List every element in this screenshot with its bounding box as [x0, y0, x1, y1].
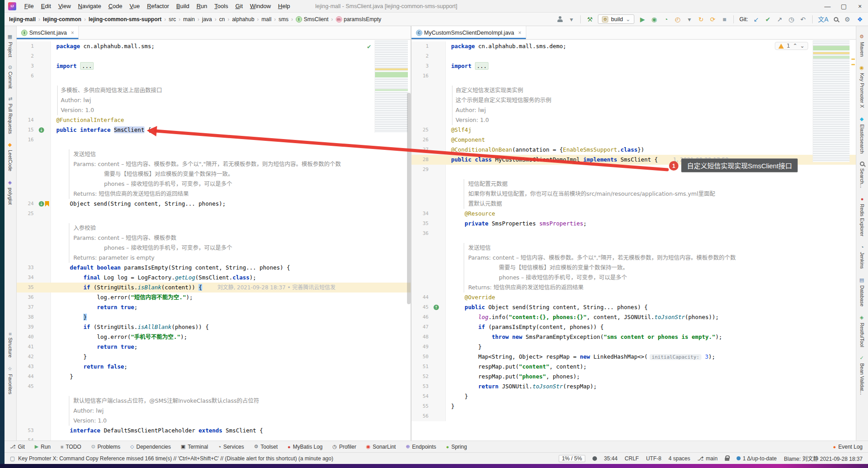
code-line[interactable]: 6	[17, 71, 411, 81]
code-line[interactable]: 27@ConditionalOnBean(annotation = {Enabl…	[411, 145, 856, 155]
code-line[interactable]: 40 log.error("手机号不能为空.");	[17, 332, 411, 342]
code-line[interactable]: 26@Component	[411, 135, 856, 145]
menu-file[interactable]: File	[21, 0, 37, 13]
menu-run[interactable]: Run	[193, 0, 211, 13]
code-line[interactable]: 56	[411, 411, 856, 421]
stripe-warning-mark[interactable]	[851, 58, 855, 60]
tool-window-bar-mybatis-log[interactable]: ●MyBatis Log	[288, 444, 323, 450]
search-everywhere-icon[interactable]	[834, 17, 838, 22]
memory-indicator[interactable]: 1% / 5%	[559, 455, 585, 462]
code-line[interactable]: 38 }	[17, 312, 411, 322]
code-line[interactable]: 39 if (StringUtils.isAllBlank(phones)) {	[17, 322, 411, 332]
doc-comment-line[interactable]: phones – 接收短信的手机号，可变参，可以是多个	[17, 179, 411, 189]
status-message[interactable]: Key Promoter X: Command Copy Reference m…	[18, 455, 333, 462]
menu-vue[interactable]: Vue	[126, 0, 144, 13]
tool-window-button-project[interactable]: ▦Project	[8, 34, 14, 57]
code-line[interactable]: 14@FunctionalInterface	[17, 115, 411, 125]
stop-icon[interactable]: ■	[721, 16, 728, 22]
profiler-caret-icon[interactable]: ▾	[686, 16, 693, 22]
tool-window-bar-todo[interactable]: ≡TODO	[61, 444, 81, 450]
menu-build[interactable]: Build	[173, 0, 193, 13]
code-line[interactable]: 36	[411, 229, 856, 238]
doc-comment-line[interactable]: Author: lwj	[411, 105, 856, 115]
code-line[interactable]: 2	[17, 51, 411, 61]
code-line[interactable]: 54	[17, 436, 411, 441]
code-editor-demoimpl[interactable]: 1 ⌃ ⌄ 1package cn.alphahub.mall.sms.demo…	[411, 40, 856, 441]
code-line[interactable]: 3import ...	[411, 61, 856, 71]
git-update-icon[interactable]: ↙	[753, 16, 760, 22]
code-line[interactable]: 2	[411, 51, 856, 61]
doc-comment-line[interactable]: Version: 1.0	[411, 115, 856, 125]
reader-mode-icon[interactable]	[592, 456, 597, 461]
tab-smsclient-java[interactable]: I SmsClient.java ×	[17, 26, 79, 39]
code-line[interactable]: 44 }	[17, 372, 411, 382]
line-separator[interactable]: CRLF	[625, 455, 639, 462]
code-line[interactable]: 33 default boolean paramsIsEmpty(String …	[17, 263, 411, 273]
breadcrumb-item[interactable]: lejing-mall	[9, 16, 36, 22]
menu-navigate[interactable]: Navigate	[74, 0, 104, 13]
code-line[interactable]: 24↓ Object send(String content, String..…	[17, 199, 411, 209]
caret-position[interactable]: 35:44	[604, 455, 618, 462]
inspections-ok-check-icon[interactable]: ✔	[367, 43, 371, 50]
doc-comment-line[interactable]: Returns: parameter is empty	[17, 253, 411, 263]
hotswap-icon[interactable]: ⟳	[709, 16, 716, 22]
plugin-colorful-icon[interactable]: ❖	[856, 16, 863, 22]
build-hammer-icon[interactable]: ⚒	[586, 16, 593, 22]
code-editor-smsclient[interactable]: ✔ 1package cn.alphahub.mall.sms;23import…	[17, 40, 411, 441]
breadcrumb-item[interactable]: java	[202, 16, 212, 22]
breadcrumb-item[interactable]: cn	[219, 16, 225, 22]
menu-help[interactable]: Help	[275, 0, 294, 13]
code-line[interactable]: 25@Slf4j	[411, 125, 856, 135]
doc-comment-line[interactable]: phones – 接收短信的手机号，可变参，可以是多个	[17, 243, 411, 253]
code-line[interactable]: 3import ...	[17, 61, 411, 71]
settings-gear-icon[interactable]: ⚙	[844, 16, 851, 22]
doc-comment-line[interactable]: 入参校验	[17, 223, 411, 233]
doc-comment-line[interactable]: Returns: 短信供应商的发送短信后的返回结果	[17, 189, 411, 199]
overrides-gutter-icon[interactable]: ↑	[434, 305, 439, 310]
code-line[interactable]: 45↑ public Object send(String content, S…	[411, 302, 856, 312]
implemented-gutter-icon[interactable]: ↓	[39, 201, 44, 207]
tab-close-icon[interactable]: ×	[71, 30, 74, 36]
code-line[interactable]: 25	[17, 209, 411, 219]
tool-window-button-jenkins[interactable]: ◔Jenkins	[859, 244, 865, 269]
inspection-widget[interactable]: 1 ⌃ ⌄	[775, 42, 808, 50]
doc-comment-line[interactable]: 默认短信客户端class占位符，@SMS注解InvokeClass默认class…	[17, 396, 411, 406]
tool-window-button-search-[interactable]: Search...	[859, 162, 865, 188]
breadcrumb-item[interactable]: main	[183, 16, 195, 22]
tool-window-bar-git[interactable]: ⎇Git	[10, 444, 25, 450]
menu-edit[interactable]: Edit	[37, 0, 54, 13]
breadcrumb-item[interactable]: ISmsClient	[296, 16, 329, 22]
tool-window-button-favorites[interactable]: ☆Favorites	[8, 366, 14, 394]
doc-comment-line[interactable]: Params: content – 短信内容、模板参数。多个以","隔开，若无模…	[411, 253, 856, 263]
code-line[interactable]: 49 }	[411, 342, 856, 352]
code-line[interactable]: 42 }	[17, 352, 411, 362]
minimap-right[interactable]	[813, 40, 850, 162]
code-line[interactable]: 36 log.error("短信内容不能为空.");	[17, 292, 411, 302]
breadcrumb-item[interactable]: alphahub	[232, 16, 254, 22]
bookmark-icon[interactable]	[45, 201, 49, 207]
debug-icon[interactable]: ◉	[651, 16, 658, 22]
tool-window-button-polyglot[interactable]: ◈polyglot	[8, 180, 14, 205]
tool-window-button-redis-explorer[interactable]: ●Redis Explorer	[859, 196, 865, 236]
tool-window-button-leetcode[interactable]: ◆LeetCode	[8, 142, 14, 171]
close-button[interactable]: ×	[852, 0, 868, 13]
code-line[interactable]: 16	[411, 71, 856, 81]
tool-window-button-structure[interactable]: ≡Structure	[8, 333, 13, 358]
code-line[interactable]: 35 if (StringUtils.isBlank(content)) {刘文…	[17, 283, 411, 292]
breadcrumb-item[interactable]: src	[169, 16, 176, 22]
git-commit-icon[interactable]: ✔	[764, 16, 772, 22]
doc-comment-line[interactable]: Version: 1.0	[17, 105, 411, 115]
code-line[interactable]: 29	[411, 165, 856, 175]
menu-git[interactable]: Git	[232, 0, 247, 13]
menu-tools[interactable]: Tools	[211, 0, 231, 13]
run-configuration-combo[interactable]: ⚙ build ⌄	[598, 14, 634, 24]
tool-window-button-bean-validat-[interactable]: ✓Bean Validat...	[859, 355, 865, 395]
menu-window[interactable]: Window	[246, 0, 274, 13]
left-editor-scrollbar[interactable]	[407, 93, 411, 304]
git-branch[interactable]: ⎇main	[697, 455, 718, 462]
tool-window-button-key-promoter-x[interactable]: ◉Key Promoter X	[859, 65, 865, 108]
code-line[interactable]: 34 @Resource	[411, 209, 856, 219]
run-icon[interactable]: ▶	[639, 16, 646, 22]
breadcrumb-item[interactable]: lejing-common	[43, 16, 81, 22]
maximize-button[interactable]: ▢	[836, 0, 852, 13]
